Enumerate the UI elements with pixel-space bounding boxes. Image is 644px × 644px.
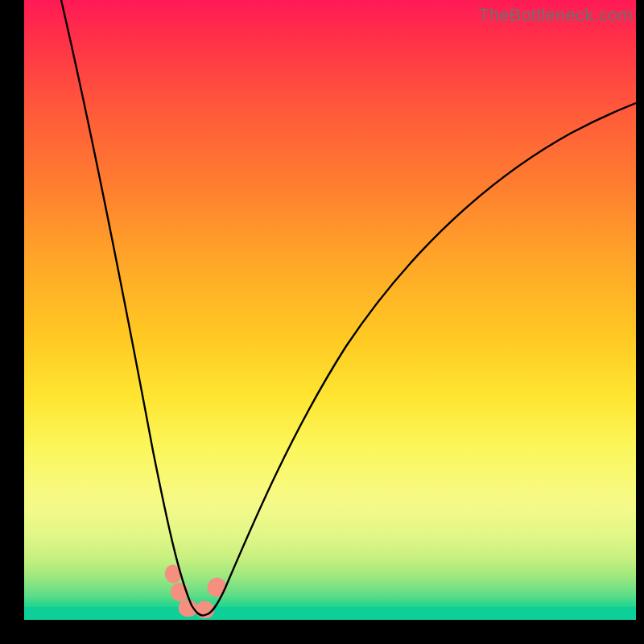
plot-area (24, 0, 636, 620)
blob-bottom-left (179, 600, 198, 617)
watermark-text: TheBottleneck.com (478, 5, 633, 26)
blob-right (207, 577, 226, 597)
right-curve (204, 103, 636, 615)
left-curve (61, 0, 204, 616)
curve-layer (24, 0, 636, 620)
